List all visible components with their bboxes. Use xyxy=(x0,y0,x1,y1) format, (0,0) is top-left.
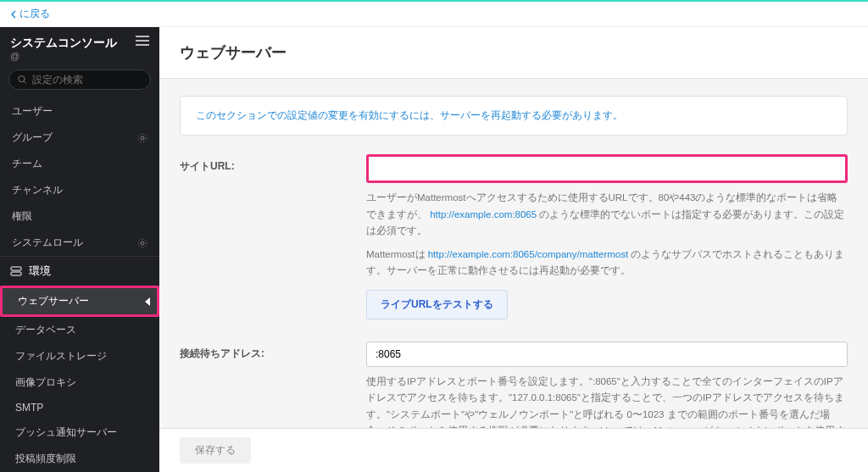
nav-web-server[interactable]: ウェブサーバー xyxy=(3,288,157,314)
help-site-url-2: Mattermostは http://example.com:8065/comp… xyxy=(366,247,848,280)
sidebar-title: システムコンソール xyxy=(10,36,117,51)
highlight-box: ウェブサーバー xyxy=(0,286,159,317)
link-example-subpath[interactable]: http://example.com:8065/company/mattermo… xyxy=(428,249,629,259)
server-icon xyxy=(10,266,22,276)
gear-icon xyxy=(137,238,147,248)
save-bar: 保存する xyxy=(159,428,868,472)
nav-channels[interactable]: チャンネル xyxy=(0,177,159,203)
sidebar-subtitle: @ xyxy=(10,51,117,61)
input-listen[interactable] xyxy=(366,342,848,367)
input-site-url[interactable] xyxy=(366,154,848,183)
nav-push[interactable]: プッシュ通知サーバー xyxy=(0,419,159,446)
sidebar-nav: ユーザー グループ チーム チャンネル 権限 システムロール 環境 ウェブサーバ… xyxy=(0,98,159,472)
back-link[interactable]: に戻る xyxy=(10,7,50,21)
nav-section-environment[interactable]: 環境 xyxy=(0,256,159,286)
svg-point-0 xyxy=(19,76,25,82)
sidebar-header: システムコンソール @ xyxy=(0,27,159,69)
label-site-url: サイトURL: xyxy=(180,154,366,319)
nav-database[interactable]: データベース xyxy=(0,317,159,343)
nav-teams[interactable]: チーム xyxy=(0,151,159,177)
save-button[interactable]: 保存する xyxy=(180,437,251,464)
svg-point-2 xyxy=(141,136,144,140)
nav-permissions[interactable]: 権限 xyxy=(0,203,159,230)
nav-image-proxy[interactable]: 画像プロキシ xyxy=(0,369,159,396)
svg-line-1 xyxy=(24,81,26,84)
svg-point-4 xyxy=(141,242,144,245)
svg-rect-7 xyxy=(11,272,21,275)
svg-point-5 xyxy=(138,239,147,247)
back-link-label: に戻る xyxy=(19,7,50,21)
nav-users[interactable]: ユーザー xyxy=(0,98,159,125)
chevron-left-icon xyxy=(10,10,16,19)
search-box[interactable] xyxy=(8,69,151,90)
test-url-button[interactable]: ライブURLをテストする xyxy=(366,290,508,319)
hamburger-icon[interactable] xyxy=(136,36,149,46)
nav-system-roles[interactable]: システムロール xyxy=(0,230,159,256)
svg-rect-6 xyxy=(11,267,21,270)
top-bar: に戻る xyxy=(0,0,868,27)
search-input[interactable] xyxy=(32,74,142,86)
nav-smtp[interactable]: SMTP xyxy=(0,396,159,419)
restart-banner: このセクションでの設定値の変更を有効にするには、サーバーを再起動する必要がありま… xyxy=(180,96,848,136)
search-icon xyxy=(18,75,27,85)
nav-rate-limit[interactable]: 投稿頻度制限 xyxy=(0,446,159,472)
svg-point-3 xyxy=(138,134,147,142)
help-site-url: ユーザーがMattermostへアクセスするために使用するURLです。80や44… xyxy=(366,190,848,240)
gear-icon xyxy=(137,133,147,143)
row-site-url: サイトURL: ユーザーがMattermostへアクセスするために使用するURL… xyxy=(180,154,848,319)
page-title: ウェブサーバー xyxy=(159,27,868,79)
nav-file-storage[interactable]: ファイルストレージ xyxy=(0,343,159,369)
nav-groups[interactable]: グループ xyxy=(0,125,159,151)
sidebar: システムコンソール @ ユーザー グループ チーム チャンネル 権限 システムロ… xyxy=(0,27,159,472)
link-example-port[interactable]: http://example.com:8065 xyxy=(430,209,537,219)
main-content: ウェブサーバー このセクションでの設定値の変更を有効にするには、サーバーを再起動… xyxy=(159,27,868,472)
